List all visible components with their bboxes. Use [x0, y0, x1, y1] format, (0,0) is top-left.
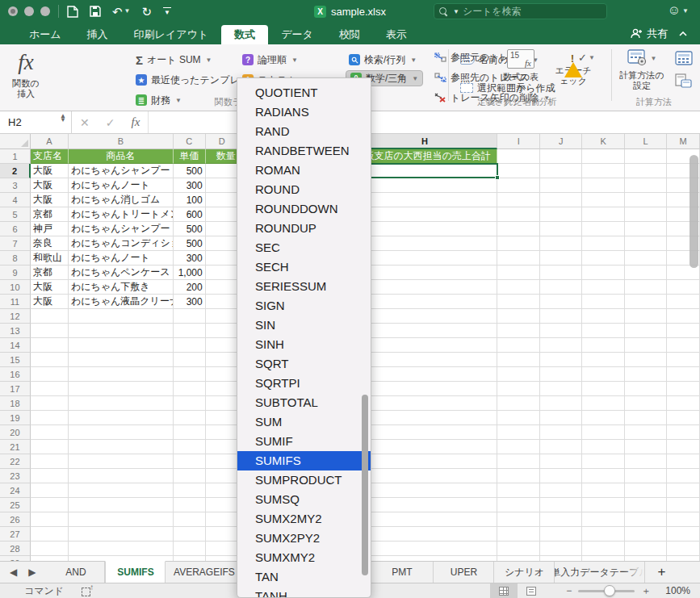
cell-M12[interactable]: [667, 309, 700, 324]
cell-C28[interactable]: [174, 542, 206, 556]
cell-L13[interactable]: [625, 324, 667, 338]
row-header-18[interactable]: 18: [0, 396, 31, 411]
cell-B4[interactable]: わにちゃん消しゴム: [69, 193, 174, 207]
menu-scrollbar-thumb[interactable]: [362, 395, 368, 575]
cell-H3[interactable]: [353, 178, 498, 193]
calculate-now-button[interactable]: [675, 51, 693, 68]
cell-J26[interactable]: [540, 512, 582, 527]
cell-I5[interactable]: [497, 207, 540, 222]
cell-I20[interactable]: [497, 425, 540, 440]
cell-C3[interactable]: 300: [174, 178, 206, 193]
row-header-28[interactable]: 28: [0, 542, 31, 556]
cell-C5[interactable]: 600: [174, 207, 206, 222]
column-header-B[interactable]: B: [69, 134, 174, 149]
cell-C14[interactable]: [174, 338, 206, 353]
cell-M11[interactable]: [667, 295, 700, 309]
cell-C1[interactable]: 単価: [174, 149, 206, 164]
cell-D20[interactable]: [206, 425, 239, 440]
ribbon-tab-数式[interactable]: 数式: [221, 25, 268, 44]
cell-C10[interactable]: 200: [174, 280, 206, 295]
ribbon-tab-挿入[interactable]: 挿入: [74, 25, 121, 44]
sheet-tab-シナリオ[interactable]: シナリオ: [494, 562, 555, 583]
cell-L21[interactable]: [625, 440, 667, 454]
function-menu-item-SQRTPI[interactable]: SQRTPI: [237, 374, 371, 393]
function-menu-item-SINH[interactable]: SINH: [237, 335, 371, 354]
calculation-options-button[interactable]: ▼ 計算方法の設定: [618, 49, 665, 90]
fill-handle[interactable]: [495, 175, 500, 180]
cell-K25[interactable]: [582, 498, 625, 512]
cell-L25[interactable]: [625, 498, 667, 512]
function-menu-item-SECH[interactable]: SECH: [237, 257, 371, 277]
function-menu-item-SUMX2MY2[interactable]: SUMX2MY2: [237, 509, 371, 529]
redo-button[interactable]: ↻: [142, 6, 153, 18]
zoom-in-button[interactable]: ＋: [641, 584, 651, 598]
column-header-D[interactable]: D: [206, 134, 239, 149]
function-menu-item-QUOTIENT[interactable]: QUOTIENT: [237, 83, 371, 102]
cell-K7[interactable]: [582, 236, 625, 251]
row-header-14[interactable]: 14: [0, 338, 31, 353]
cell-D25[interactable]: [206, 498, 239, 512]
cell-H12[interactable]: [353, 309, 498, 324]
cell-H9[interactable]: [353, 266, 498, 280]
formula-input[interactable]: [148, 111, 700, 133]
cell-D9[interactable]: [206, 266, 239, 280]
cell-A24[interactable]: [31, 483, 69, 498]
cell-L14[interactable]: [625, 338, 667, 353]
ribbon-tab-印刷レイアウト[interactable]: 印刷レイアウト: [121, 25, 222, 44]
cell-L6[interactable]: [625, 222, 667, 236]
cell-J24[interactable]: [540, 483, 582, 498]
cell-B23[interactable]: [69, 469, 174, 483]
show-formulas-button[interactable]: 15fx 数式の表示: [502, 49, 539, 92]
cell-M16[interactable]: [667, 367, 700, 382]
cell-L26[interactable]: [625, 512, 667, 527]
cell-I13[interactable]: [497, 324, 540, 338]
cell-I1[interactable]: [497, 149, 540, 164]
cell-K18[interactable]: [582, 396, 625, 411]
cell-K16[interactable]: [582, 367, 625, 382]
cell-J25[interactable]: [540, 498, 582, 512]
function-menu-item-ROMAN[interactable]: ROMAN: [237, 161, 371, 180]
cell-H19[interactable]: [353, 411, 498, 425]
cell-A10[interactable]: 大阪: [31, 280, 69, 295]
cell-I26[interactable]: [497, 512, 540, 527]
cell-J5[interactable]: [540, 207, 582, 222]
function-menu-item-SUMPRODUCT[interactable]: SUMPRODUCT: [237, 470, 371, 490]
zoom-out-button[interactable]: −: [566, 585, 572, 596]
cell-K1[interactable]: [582, 149, 625, 164]
lookup-reference-button[interactable]: 検索/行列▼: [349, 52, 417, 68]
cell-B24[interactable]: [69, 483, 174, 498]
cell-K26[interactable]: [582, 512, 625, 527]
cell-A28[interactable]: [31, 542, 69, 556]
cell-D26[interactable]: [206, 512, 239, 527]
cell-B27[interactable]: [69, 527, 174, 542]
cell-K4[interactable]: [582, 193, 625, 207]
zoom-window-button[interactable]: [40, 6, 50, 16]
cell-H25[interactable]: [353, 498, 498, 512]
row-header-13[interactable]: 13: [0, 324, 31, 338]
cell-J13[interactable]: [540, 324, 582, 338]
insert-function-fx-icon[interactable]: fx: [131, 115, 140, 129]
cell-M14[interactable]: [667, 338, 700, 353]
cell-I3[interactable]: [497, 178, 540, 193]
cell-L27[interactable]: [625, 527, 667, 542]
cell-L15[interactable]: [625, 353, 667, 367]
cell-D22[interactable]: [206, 454, 239, 469]
cell-C27[interactable]: [174, 527, 206, 542]
cell-I2[interactable]: [497, 164, 540, 178]
cell-K17[interactable]: [582, 382, 625, 396]
cell-C6[interactable]: 500: [174, 222, 206, 236]
column-header-C[interactable]: C: [174, 134, 206, 149]
cell-L20[interactable]: [625, 425, 667, 440]
customize-toolbar-button[interactable]: ▼: [163, 7, 171, 16]
cell-I19[interactable]: [497, 411, 540, 425]
cell-C17[interactable]: [174, 382, 206, 396]
cell-D24[interactable]: [206, 483, 239, 498]
ribbon-tab-校閲[interactable]: 校閲: [326, 25, 373, 44]
cell-M23[interactable]: [667, 469, 700, 483]
sheet-search-field[interactable]: ▼ シートを検索: [434, 3, 607, 19]
cell-A5[interactable]: 京都: [31, 207, 69, 222]
normal-view-button[interactable]: [490, 583, 518, 598]
cell-B20[interactable]: [69, 425, 174, 440]
cell-K2[interactable]: [582, 164, 625, 178]
cell-I14[interactable]: [497, 338, 540, 353]
